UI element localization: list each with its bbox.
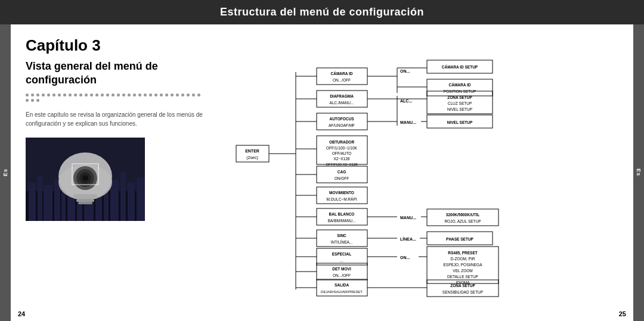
section-title: Vista general del menú de configuración: [26, 60, 205, 88]
dot: [101, 94, 104, 96]
dot: [95, 94, 98, 96]
svg-text:DIAFRAGMA: DIAFRAGMA: [330, 94, 354, 98]
svg-text:ON.../OFF: ON.../OFF: [333, 273, 351, 278]
dot: [133, 94, 136, 96]
dot: [106, 94, 109, 96]
dot: [47, 94, 50, 96]
svg-rect-15: [137, 177, 145, 221]
svg-text:LÍNEA...: LÍNEA...: [400, 236, 416, 241]
svg-text:CLUZ SETUP: CLUZ SETUP: [448, 101, 472, 105]
page-number-left: 24: [18, 310, 25, 317]
svg-text:INT/LÍNEA...: INT/LÍNEA...: [331, 239, 353, 244]
svg-rect-14: [128, 182, 135, 221]
dot: [36, 99, 39, 102]
svg-rect-4: [44, 185, 52, 221]
dot: [90, 94, 93, 96]
svg-text:OFF/AUTO: OFF/AUTO: [332, 151, 352, 155]
svg-text:DETALLE SETUP: DETALLE SETUP: [447, 275, 478, 279]
svg-text:ON...: ON...: [400, 69, 410, 73]
svg-text:SENSIBILIDAD SETUP: SENSIBILIDAD SETUP: [442, 290, 483, 294]
dot: [154, 94, 157, 96]
description-text: En este capítulo se revisa la organizaci…: [26, 110, 205, 128]
svg-rect-2: [29, 182, 36, 221]
svg-text:ENTER: ENTER: [245, 149, 259, 153]
svg-text:AUTOFOCUS: AUTOFOCUS: [329, 117, 354, 121]
dot: [36, 94, 39, 96]
main-content: Es Capítulo 3 Vista general del menú de …: [0, 24, 644, 321]
svg-rect-3: [38, 176, 42, 221]
page-number-right: 25: [619, 310, 626, 317]
svg-rect-23: [76, 199, 94, 202]
svg-text:AF/UNOAF/MF: AF/UNOAF/MF: [329, 123, 355, 127]
svg-text:CÁMARA ID: CÁMARA ID: [331, 71, 353, 76]
camera-image: [26, 138, 145, 221]
dot: [52, 94, 55, 96]
right-panel: ENTER (2sec) CÁMARA ID ON.../OFF DIAFRAG…: [219, 24, 633, 321]
svg-text:ZONA SETUP: ZONA SETUP: [450, 283, 475, 288]
svg-text:ZONA SETUP: ZONA SETUP: [447, 95, 472, 99]
svg-text:SALIDA: SALIDA: [335, 283, 349, 287]
svg-text:DET MOVI: DET MOVI: [332, 267, 351, 271]
dot: [74, 94, 77, 96]
side-label-left: Es: [2, 169, 8, 176]
svg-text:OFF/FIJO X2~X128: OFF/FIJO X2~X128: [326, 163, 358, 166]
svg-text:ON.../OFF: ON.../OFF: [333, 78, 351, 82]
dot: [171, 94, 174, 96]
dot: [181, 94, 184, 96]
svg-text:ESPECIAL: ESPECIAL: [332, 252, 352, 256]
dot: [58, 94, 61, 96]
side-label-right: Es: [636, 169, 642, 176]
svg-text:ESPEJO, POSI/NEGA: ESPEJO, POSI/NEGA: [443, 263, 482, 267]
svg-text:NIVEL SETUP: NIVEL SETUP: [447, 120, 473, 124]
svg-text:OBTURADOR: OBTURADOR: [329, 140, 355, 144]
svg-text:D-ZOOM, PIR: D-ZOOM, PIR: [451, 257, 475, 261]
svg-text:M.DULC~M.RÁPI: M.DULC~M.RÁPI: [326, 197, 357, 201]
dot: [26, 99, 29, 102]
dot: [149, 94, 152, 96]
dot: [128, 94, 131, 96]
menu-diagram-svg: ENTER (2sec) CÁMARA ID ON.../OFF DIAFRAG…: [230, 27, 636, 307]
left-panel: Capítulo 3 Vista general del menú de con…: [11, 24, 219, 321]
svg-text:RS485, PRESET: RS485, PRESET: [448, 251, 478, 255]
svg-text:SINC: SINC: [337, 233, 346, 238]
dot: [79, 94, 82, 96]
svg-text:DEJAR/SALVAR/PRESET: DEJAR/SALVAR/PRESET: [321, 290, 363, 294]
svg-text:X2~X128: X2~X128: [334, 157, 350, 161]
svg-text:ON...: ON...: [400, 255, 410, 260]
svg-text:BAL BLANCO: BAL BLANCO: [329, 212, 355, 216]
svg-text:(2sec): (2sec): [246, 155, 258, 160]
dot: [192, 94, 195, 96]
dots-separator: [26, 94, 205, 102]
dot: [117, 94, 120, 96]
dot: [31, 94, 34, 96]
camera-illustration: [26, 138, 145, 221]
dot: [197, 94, 200, 96]
dot: [122, 94, 125, 96]
svg-text:ROJO, AZUL SETUP: ROJO, AZUL SETUP: [444, 219, 481, 223]
dot: [160, 94, 163, 96]
svg-text:OFF/1/100~1/10K: OFF/1/100~1/10K: [326, 146, 358, 150]
svg-rect-13: [120, 172, 126, 221]
svg-text:VEL ZOOM: VEL ZOOM: [453, 269, 472, 273]
svg-text:MANU...: MANU...: [400, 216, 416, 220]
dot: [85, 94, 88, 96]
page-header: Estructura del menú de configuración: [0, 0, 644, 24]
dot: [42, 94, 45, 96]
svg-text:MANU...: MANU...: [400, 120, 416, 124]
dot: [31, 99, 34, 102]
svg-text:ALC...: ALC...: [400, 99, 412, 103]
svg-text:CÁMARA ID SETUP: CÁMARA ID SETUP: [442, 64, 478, 69]
dot: [63, 94, 66, 96]
svg-text:MOVIMIENTO: MOVIMIENTO: [329, 191, 354, 195]
header-title: Estructura del menú de configuración: [220, 6, 424, 18]
dot: [26, 94, 29, 96]
svg-rect-22: [73, 194, 97, 199]
chapter-title: Capítulo 3: [26, 36, 205, 55]
dot: [138, 94, 141, 96]
svg-text:...: ...: [340, 258, 343, 263]
dot: [165, 94, 168, 96]
dot: [187, 94, 190, 96]
svg-text:CÁMARA ID: CÁMARA ID: [449, 82, 471, 87]
dot: [144, 94, 147, 96]
dot: [112, 94, 114, 96]
